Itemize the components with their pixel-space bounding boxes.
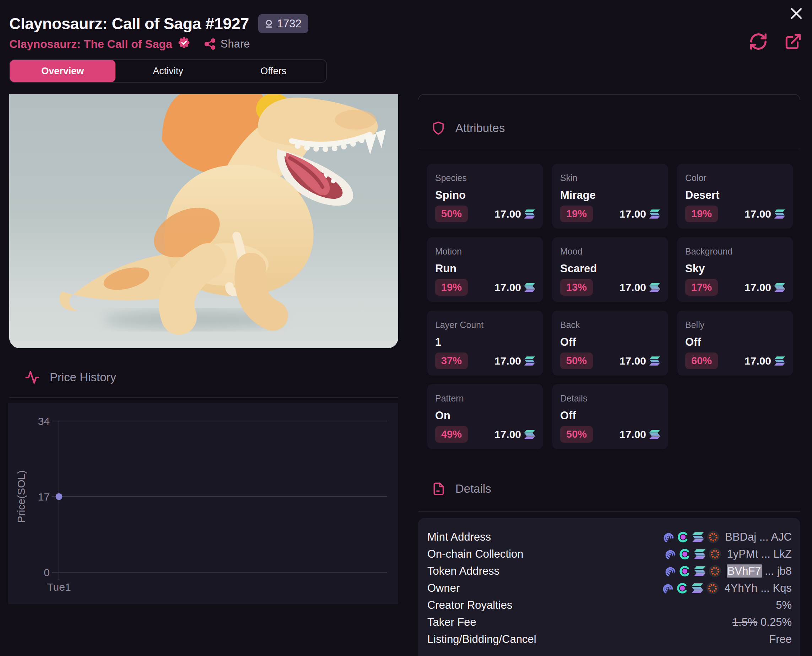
details-title: Details [456, 482, 491, 495]
solscan-icon[interactable] [664, 565, 676, 577]
x-tick-tue1: Tue1 [47, 581, 71, 593]
detail-label: On-chain Collection [427, 548, 524, 560]
detail-label: Taker Fee [427, 616, 476, 629]
rarity-percent-badge: 50% [560, 353, 593, 369]
attribute-card[interactable]: Species Spino 50% 17.00 [427, 164, 543, 229]
solana-icon [774, 356, 785, 366]
nft-image [9, 94, 398, 348]
solana-icon [774, 209, 785, 219]
price-data-point [56, 494, 62, 500]
solana-explorer-icon[interactable] [709, 548, 721, 560]
detail-value: 1.5% 0.25% [733, 616, 792, 629]
detail-row: On-chain Collection [427, 546, 792, 563]
detail-value: 5% [776, 599, 792, 612]
solscan-icon[interactable] [662, 583, 673, 594]
details-list: Mint Address [427, 529, 792, 648]
refresh-button[interactable] [747, 31, 769, 53]
attribute-label: Species [435, 173, 535, 183]
solana-icon[interactable] [692, 532, 704, 542]
details-divider [418, 511, 800, 512]
solana-explorer-icon[interactable] [707, 531, 720, 543]
attribute-value: Off [685, 336, 785, 348]
close-icon [790, 8, 803, 20]
attribute-card[interactable]: Pattern On 49% 17.00 [427, 384, 543, 449]
solanafm-icon[interactable] [677, 531, 689, 543]
solana-icon[interactable] [691, 583, 703, 593]
share-icon [203, 38, 216, 50]
verified-icon [178, 37, 190, 49]
solanafm-icon[interactable] [679, 548, 691, 560]
detail-value: BBDaj ... AJC [725, 531, 792, 543]
floor-price: 17.00 [744, 355, 771, 367]
solana-icon[interactable] [694, 566, 705, 576]
y-axis-label: Price(SOL) [15, 470, 27, 523]
solana-icon[interactable] [694, 549, 705, 559]
tab-offers[interactable]: Offers [221, 60, 326, 82]
solscan-icon[interactable] [664, 548, 676, 560]
attribute-card[interactable]: Motion Run 19% 17.00 [427, 237, 543, 302]
solanafm-icon[interactable] [676, 582, 688, 594]
attribute-card[interactable]: Back Off 50% 17.00 [552, 311, 668, 376]
detail-row: Listing/Bidding/Cancel Free [427, 631, 792, 648]
attribute-label: Mood [560, 246, 660, 257]
detail-row: Mint Address [427, 529, 792, 546]
rank-value: 1732 [277, 17, 302, 30]
attributes-title: Attributes [456, 121, 505, 135]
solana-explorer-icon[interactable] [706, 582, 719, 594]
tab-overview[interactable]: Overview [10, 60, 115, 82]
y-tick-17: 17 [38, 491, 50, 503]
attribute-value: On [435, 409, 535, 422]
rarity-percent-badge: 19% [685, 206, 718, 222]
close-button[interactable] [788, 5, 805, 22]
refresh-icon [749, 32, 768, 51]
attribute-label: Color [685, 173, 785, 183]
tab-activity[interactable]: Activity [115, 60, 221, 82]
floor-price: 17.00 [494, 208, 521, 220]
collection-link[interactable]: Claynosaurz: The Call of Saga [9, 38, 172, 51]
floor-price: 17.00 [494, 355, 521, 367]
attribute-card[interactable]: Details Off 50% 17.00 [552, 384, 668, 449]
price-history-title: Price History [50, 371, 116, 384]
floor-price: 17.00 [620, 355, 646, 367]
attribute-card[interactable]: Skin Mirage 19% 17.00 [552, 164, 668, 229]
y-tick-0: 0 [44, 566, 50, 578]
attribute-label: Details [560, 393, 660, 404]
attributes-header: Attributes [431, 119, 505, 137]
price-history-chart: 34 17 0 Tue1 Price(SOL) [8, 403, 398, 604]
attribute-value: Spino [435, 189, 535, 202]
solana-explorer-icon[interactable] [709, 565, 721, 577]
tab-bar: OverviewActivityOffers [9, 59, 327, 83]
attribute-label: Skin [560, 173, 660, 183]
solana-icon [524, 283, 535, 292]
solana-icon [524, 209, 535, 219]
attribute-value: Sky [685, 262, 785, 275]
attribute-value: Mirage [560, 189, 660, 202]
document-icon [432, 480, 445, 497]
detail-label: Creator Royalties [427, 599, 512, 612]
rarity-rank-badge[interactable]: 1732 [258, 14, 308, 33]
y-tick-34: 34 [38, 415, 50, 427]
attribute-card[interactable]: Belly Off 60% 17.00 [677, 311, 793, 376]
solanafm-icon[interactable] [679, 565, 691, 577]
rarity-percent-badge: 50% [435, 206, 468, 222]
rarity-percent-badge: 49% [435, 426, 468, 442]
rarity-percent-badge: 19% [560, 206, 593, 222]
floor-price: 17.00 [744, 208, 771, 220]
external-link-icon [784, 32, 802, 50]
highlighted-text: BVhF7 [727, 565, 762, 577]
solana-icon [774, 283, 785, 292]
attribute-card[interactable]: Mood Scared 13% 17.00 [552, 237, 668, 302]
attribute-card[interactable]: Color Desert 19% 17.00 [677, 164, 793, 229]
share-button[interactable]: Share [203, 38, 250, 50]
attribute-card[interactable]: Layer Count 1 37% 17.00 [427, 311, 543, 376]
price-history-header: Price History [25, 369, 116, 385]
solana-icon [524, 430, 535, 439]
open-external-button[interactable] [782, 31, 804, 53]
rarity-percent-badge: 50% [560, 426, 593, 442]
detail-row: Owner [427, 580, 792, 597]
solscan-icon[interactable] [662, 531, 674, 543]
solana-icon [649, 283, 660, 292]
attribute-card[interactable]: Background Sky 17% 17.00 [677, 237, 793, 302]
attribute-label: Pattern [435, 393, 535, 404]
attribute-label: Back [560, 320, 660, 330]
